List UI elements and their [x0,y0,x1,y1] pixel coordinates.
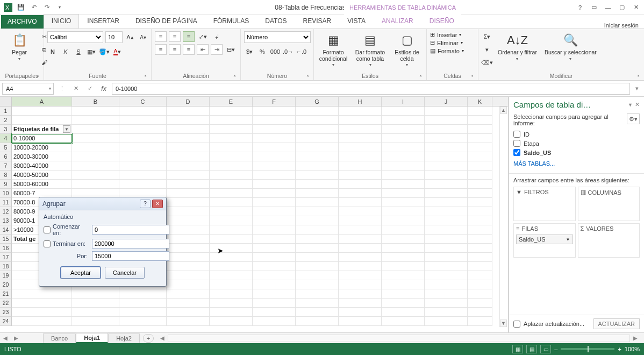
cell-J21[interactable] [425,289,468,299]
cell-H20[interactable] [339,280,382,289]
cell-K12[interactable] [468,207,492,216]
cell-K7[interactable] [468,161,492,171]
cell-E7[interactable] [210,161,253,171]
row-labels-filter-icon[interactable]: ▼ [63,125,70,133]
dialog-help-icon[interactable]: ? [140,200,151,208]
cell-H16[interactable] [339,244,382,253]
cell-I23[interactable] [382,308,425,317]
cell-H18[interactable] [339,262,382,271]
cell-H6[interactable] [339,152,382,161]
cell-J2[interactable] [425,116,468,125]
decrease-font-icon[interactable]: A▾ [138,32,148,42]
view-normal-icon[interactable]: ▦ [512,345,523,353]
cell-D9[interactable] [167,180,210,189]
cell-C6[interactable] [119,152,167,161]
cell-A23[interactable] [12,308,72,317]
cell-I10[interactable] [382,189,425,198]
cell-H24[interactable] [339,317,382,326]
cell-styles-button[interactable]: ▢ Estilos de celda▾ [391,31,423,69]
cell-K2[interactable] [468,116,492,125]
cell-G9[interactable] [296,180,339,189]
cell-D14[interactable] [167,225,210,235]
cell-I9[interactable] [382,180,425,189]
cell-E23[interactable] [210,308,253,317]
start-at-input[interactable] [92,225,169,235]
align-top-icon[interactable]: ≡ [155,31,167,42]
cell-A2[interactable] [12,116,72,125]
cell-A5[interactable]: 10000-20000 [12,143,72,152]
sheet-tab-hoja2[interactable]: Hoja2 [108,333,140,343]
indent-less-icon[interactable]: ⇤ [197,44,209,55]
cell-D10[interactable] [167,189,210,198]
cell-H8[interactable] [339,171,382,180]
align-left-icon[interactable]: ≡ [155,44,167,55]
cell-F7[interactable] [253,161,296,171]
delete-cells-button[interactable]: ⊟Eliminar▾ [430,39,463,46]
cell-C2[interactable] [119,116,167,125]
tab-insertar[interactable]: INSERTAR [79,14,127,29]
cell-B6[interactable] [72,152,119,161]
cell-K18[interactable] [468,262,492,271]
row-header-18[interactable]: 18 [0,262,12,271]
tab-formulas[interactable]: FÓRMULAS [205,14,257,29]
column-header-A[interactable]: A [12,97,72,106]
sheet-tab-banco[interactable]: Banco [43,333,76,343]
align-center-icon[interactable]: ≡ [169,44,181,55]
cell-C1[interactable] [119,106,167,116]
hscroll-left-icon[interactable]: ◀ [157,335,168,341]
row-header-11[interactable]: 11 [0,198,12,207]
tab-analizar[interactable]: ANALIZAR [374,14,421,29]
cell-K11[interactable] [468,198,492,207]
formula-expand-icon[interactable]: ▾ [632,85,642,92]
cell-F15[interactable] [253,235,296,244]
cell-A8[interactable]: 40000-50000 [12,171,72,180]
cell-K19[interactable] [468,271,492,280]
orientation-icon[interactable]: ⤢▾ [197,31,209,42]
cell-J20[interactable] [425,280,468,289]
cell-B9[interactable] [72,180,119,189]
update-button[interactable]: ACTUALIZAR [593,318,640,329]
row-header-3[interactable]: 3 [0,125,12,134]
cell-H11[interactable] [339,198,382,207]
cell-G6[interactable] [296,152,339,161]
cell-K17[interactable] [468,253,492,262]
scroll-up-icon[interactable]: ▲ [500,106,507,114]
save-icon[interactable]: 💾 [16,3,26,12]
row-header-13[interactable]: 13 [0,216,12,225]
cell-J13[interactable] [425,216,468,225]
cell-I12[interactable] [382,207,425,216]
cell-K21[interactable] [468,289,492,299]
cell-F20[interactable] [253,280,296,289]
cell-H5[interactable] [339,143,382,152]
help-icon[interactable]: ? [574,3,586,12]
cell-C5[interactable] [119,143,167,152]
pane-close-icon[interactable]: ✕ [635,101,640,108]
cell-I21[interactable] [382,289,425,299]
end-at-input[interactable] [92,239,169,248]
cell-F22[interactable] [253,299,296,308]
wrap-text-icon[interactable]: ↲ [211,31,223,42]
row-header-22[interactable]: 22 [0,299,12,308]
vertical-scrollbar[interactable]: ▲ ▼ [499,106,507,327]
dialog-title-bar[interactable]: Agrupar ? ✕ [39,197,166,210]
formula-input[interactable]: 0-10000 [112,83,630,95]
cell-J12[interactable] [425,207,468,216]
cell-G16[interactable] [296,244,339,253]
cell-F11[interactable] [253,198,296,207]
cell-G1[interactable] [296,106,339,116]
cell-H2[interactable] [339,116,382,125]
format-cells-button[interactable]: ▤Formato▾ [430,47,464,54]
tab-diseno[interactable]: DISEÑO [421,14,462,29]
cell-D20[interactable] [167,280,210,289]
increase-font-icon[interactable]: A▴ [125,32,135,42]
bold-button[interactable]: N [47,46,58,57]
thousands-icon[interactable]: 000 [270,46,281,57]
zoom-in-icon[interactable]: + [618,346,621,352]
cell-E19[interactable] [210,271,253,280]
cell-D7[interactable] [167,161,210,171]
column-header-G[interactable]: G [296,97,339,106]
cell-G11[interactable] [296,198,339,207]
sheet-nav-prev-icon[interactable]: ◀ [0,335,11,341]
cell-K6[interactable] [468,152,492,161]
cell-A21[interactable] [12,289,72,299]
